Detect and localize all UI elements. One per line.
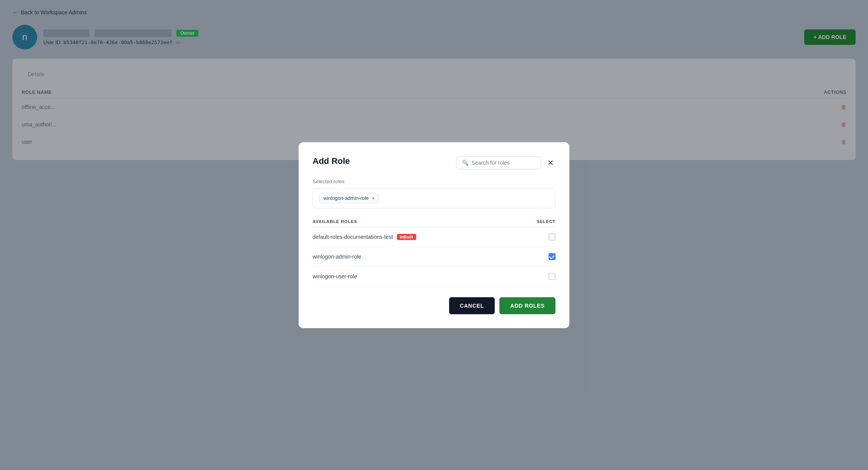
checkbox-role-2[interactable]: [548, 273, 555, 280]
role-chip-0: winlogon-admin-role ×: [319, 193, 379, 203]
available-roles-header: AVAILABLE ROLES: [313, 219, 357, 224]
search-box: 🔍: [456, 156, 541, 169]
role-name-2: winlogon-user-role: [313, 273, 357, 279]
selected-roles-label: Selected roles: [313, 179, 555, 184]
role-name-0: default-roles-documentations-test InBuil…: [313, 234, 416, 240]
roles-table-header: AVAILABLE ROLES SELECT: [313, 216, 555, 227]
search-icon: 🔍: [462, 160, 468, 166]
modal-title: Add Role: [313, 156, 350, 166]
roles-table-row-0: default-roles-documentations-test InBuil…: [313, 227, 555, 247]
select-header: SELECT: [537, 219, 555, 224]
chip-label: winlogon-admin-role: [323, 195, 369, 201]
roles-table-row-2: winlogon-user-role: [313, 267, 555, 286]
modal-overlay: Add Role 🔍 ✕ Selected roles winlogon-adm…: [0, 0, 868, 470]
add-role-modal: Add Role 🔍 ✕ Selected roles winlogon-adm…: [299, 142, 569, 328]
add-roles-button[interactable]: ADD ROLES: [499, 297, 555, 314]
modal-footer: CANCEL ADD ROLES: [313, 297, 555, 314]
search-roles-input[interactable]: [472, 160, 535, 166]
role-name-1: winlogon-admin-role: [313, 254, 361, 260]
cancel-button[interactable]: CANCEL: [449, 297, 495, 314]
roles-table-row-1: winlogon-admin-role: [313, 247, 555, 267]
chip-remove-button[interactable]: ×: [372, 196, 375, 201]
checkbox-role-1[interactable]: [548, 253, 555, 260]
close-modal-button[interactable]: ✕: [546, 157, 555, 169]
inbuilt-badge: InBuilt: [397, 234, 416, 240]
checkbox-role-0[interactable]: [548, 233, 555, 240]
selected-roles-container: winlogon-admin-role ×: [313, 188, 555, 208]
